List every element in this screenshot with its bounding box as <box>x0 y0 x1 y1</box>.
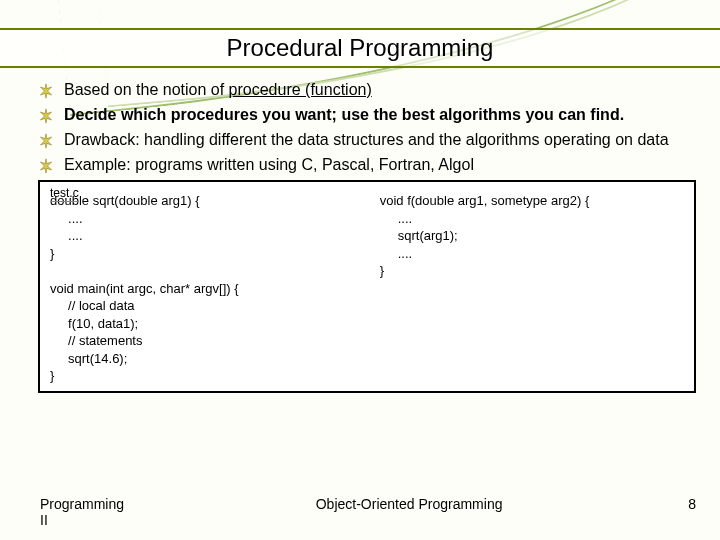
bullet-item: Based on the notion of procedure (functi… <box>38 80 696 101</box>
bullet-text: Drawback: handling different the data st… <box>64 130 696 151</box>
star-icon <box>38 108 56 126</box>
slide-footer: Programming II Object-Oriented Programmi… <box>40 496 696 528</box>
bullet-text: Decide which procedures you want; use th… <box>64 105 696 126</box>
bullet-text: Example: programs written using C, Pasca… <box>64 155 696 176</box>
bullet-item: Example: programs written using C, Pasca… <box>38 155 696 176</box>
bullet-item: Drawback: handling different the data st… <box>38 130 696 151</box>
footer-left: Programming II <box>40 496 130 528</box>
slide-title: Procedural Programming <box>0 30 720 66</box>
code-column-right: void f(double arg1, sometype arg2) { ...… <box>380 188 684 385</box>
footer-center: Object-Oriented Programming <box>130 496 688 512</box>
bullet-item: Decide which procedures you want; use th… <box>38 105 696 126</box>
title-bar: Procedural Programming <box>0 28 720 68</box>
code-box-label: test.c <box>50 185 79 202</box>
footer-page-number: 8 <box>688 496 696 512</box>
star-icon <box>38 158 56 176</box>
star-icon <box>38 133 56 151</box>
code-example-box: test.c double sqrt(double arg1) { .... .… <box>38 180 696 393</box>
slide-content: Based on the notion of procedure (functi… <box>38 80 696 393</box>
code-column-left: double sqrt(double arg1) { .... .... } v… <box>50 188 380 385</box>
star-icon <box>38 83 56 101</box>
bullet-text: Based on the notion of procedure (functi… <box>64 80 696 101</box>
